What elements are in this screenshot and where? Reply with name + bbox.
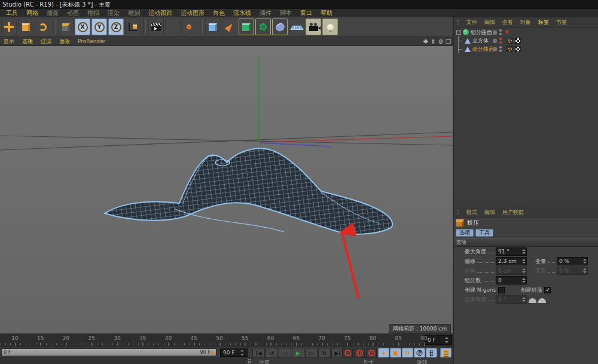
object-row[interactable]: 细分曲面: [454, 45, 598, 53]
menubar-item-11[interactable]: 插件: [260, 9, 271, 17]
menubar-item-4[interactable]: 模拟: [87, 9, 99, 17]
go-to-start-button[interactable]: |◀: [252, 348, 265, 358]
record-help-button[interactable]: ?: [366, 348, 377, 358]
scale-tool-icon[interactable]: [18, 19, 33, 35]
material-manager-area[interactable]: [0, 358, 245, 364]
subdivision-surface-icon[interactable]: [239, 19, 254, 35]
menubar-item-12[interactable]: 脚本: [280, 9, 292, 17]
wireframe-hat-model[interactable]: [105, 148, 392, 234]
recent-tool-icon[interactable]: [58, 19, 74, 35]
light-icon[interactable]: [322, 19, 338, 35]
render-view-icon[interactable]: [148, 19, 164, 35]
viewport-menu-3[interactable]: 面板: [59, 38, 70, 45]
viewport-menu-0[interactable]: 显示: [4, 38, 14, 45]
editor-visibility-toggle[interactable]: [493, 47, 497, 51]
checker-tag-icon[interactable]: [515, 38, 521, 44]
viewport-menu-4[interactable]: ProRender: [78, 38, 105, 44]
floor-icon[interactable]: [289, 19, 304, 35]
om-menu-3[interactable]: 对象: [520, 19, 531, 26]
menubar-item-5[interactable]: 渲染: [108, 9, 120, 17]
visibility-dots-toggle[interactable]: [499, 38, 502, 44]
previous-key-button[interactable]: ↺: [266, 348, 278, 358]
play-button[interactable]: ▶: [292, 348, 304, 358]
round-cap-button[interactable]: [529, 298, 536, 303]
deformer-icon[interactable]: [272, 19, 288, 35]
axis-x-lock[interactable]: X: [75, 19, 90, 35]
om-menu-0[interactable]: 文件: [466, 19, 477, 26]
am-menu-0[interactable]: 模式: [466, 209, 477, 216]
round-cap-button[interactable]: [538, 298, 546, 303]
value-field[interactable]: 91 °: [496, 247, 527, 256]
checkbox[interactable]: [498, 287, 505, 293]
om-menu-1[interactable]: 编辑: [484, 19, 495, 26]
menubar-item-1[interactable]: 网格: [26, 9, 38, 17]
zoom-view-icon[interactable]: ⇕: [431, 38, 435, 45]
render-picture-viewer-icon[interactable]: [165, 19, 181, 35]
editor-visibility-toggle[interactable]: [493, 30, 497, 35]
field-stepper[interactable]: [521, 258, 526, 264]
om-menu-5[interactable]: 书签: [556, 19, 567, 26]
editor-visibility-toggle[interactable]: [493, 39, 497, 43]
axis-z-lock[interactable]: Z: [108, 19, 124, 35]
render-settings-icon[interactable]: [182, 19, 197, 35]
generator-disabled-icon[interactable]: ×: [504, 28, 509, 36]
viewport[interactable]: 显示选项过滤面板ProRender ✥⇕⊘❐: [0, 37, 453, 334]
menubar-item-10[interactable]: 流水线: [233, 9, 251, 17]
motion-clip-button[interactable]: [440, 348, 451, 358]
generator-icon[interactable]: [255, 19, 271, 35]
menubar-item-3[interactable]: 动画: [67, 9, 79, 17]
next-key-button[interactable]: ↻: [318, 348, 331, 358]
camera-icon[interactable]: [306, 19, 321, 35]
om-menu-4[interactable]: 标签: [538, 19, 549, 26]
menubar-item-8[interactable]: 运动图形: [181, 9, 205, 17]
move-tool-icon[interactable]: [1, 19, 17, 35]
visibility-dots-toggle[interactable]: [499, 46, 502, 52]
object-name[interactable]: 细分曲面: [471, 29, 492, 36]
end-frame-stepper[interactable]: [240, 350, 245, 356]
object-name[interactable]: 细分曲面: [472, 45, 494, 53]
field-stepper[interactable]: [521, 249, 526, 255]
expander-toggle[interactable]: [456, 30, 461, 35]
preview-range-slider[interactable]: 0 F 90 F▶: [1, 348, 216, 356]
viewport-menu-1[interactable]: 选项: [22, 38, 33, 45]
checker-tag-icon[interactable]: [515, 46, 521, 52]
primitive-cube-icon[interactable]: [205, 19, 221, 35]
menubar-item-0[interactable]: 工具: [6, 9, 18, 17]
next-frame-button[interactable]: ▷: [305, 348, 318, 358]
visibility-dots-toggle[interactable]: [499, 29, 502, 35]
keyframe-rotation-toggle[interactable]: ↻: [402, 348, 413, 358]
autokey-button[interactable]: (): [354, 348, 365, 358]
pan-view-icon[interactable]: ✥: [423, 38, 428, 45]
rotate-tool-icon[interactable]: [35, 19, 50, 35]
axis-y-lock[interactable]: Y: [91, 19, 107, 35]
value-field[interactable]: 0: [496, 276, 527, 285]
viewport-canvas[interactable]: 网格间距 : 10000 cm: [0, 46, 453, 334]
value-field[interactable]: 2.3 cm: [496, 257, 527, 265]
am-menu-1[interactable]: 编辑: [484, 209, 495, 216]
keyframe-position-toggle[interactable]: +: [378, 348, 389, 358]
record-keyframe-button[interactable]: /: [342, 348, 353, 358]
field-stepper[interactable]: [582, 258, 587, 264]
am-tab-1[interactable]: 工具: [475, 229, 493, 237]
menubar-item-9[interactable]: 角色: [213, 9, 225, 17]
object-name[interactable]: 立方体: [472, 37, 489, 45]
frame-stepper[interactable]: [445, 337, 449, 343]
spline-pen-icon[interactable]: [222, 19, 237, 35]
menubar-item-7[interactable]: 运动跟踪: [148, 9, 172, 17]
object-row[interactable]: 立方体: [454, 36, 598, 45]
om-menu-2[interactable]: 查看: [502, 19, 513, 26]
am-menu-2[interactable]: 用户数据: [502, 209, 524, 216]
keyframe-parameter-toggle[interactable]: Ⓟ: [414, 348, 425, 358]
coordinate-system-icon[interactable]: [125, 19, 141, 35]
menubar-item-13[interactable]: 窗口: [300, 9, 312, 17]
keyframe-scale-toggle[interactable]: ◼: [390, 348, 401, 358]
end-frame-field[interactable]: 90 F: [220, 348, 248, 357]
object-row[interactable]: 细分曲面×: [454, 28, 598, 36]
checkbox[interactable]: ✓: [544, 287, 551, 293]
phong-tag-icon[interactable]: [507, 38, 512, 44]
menubar-item-6[interactable]: 雕刻: [128, 9, 140, 17]
value-field[interactable]: 0 %: [557, 257, 588, 265]
menubar-item-14[interactable]: 帮助: [321, 9, 332, 17]
current-frame-field[interactable]: 0 F: [425, 335, 452, 345]
keyframe-pla-toggle[interactable]: ⣿: [426, 348, 437, 358]
